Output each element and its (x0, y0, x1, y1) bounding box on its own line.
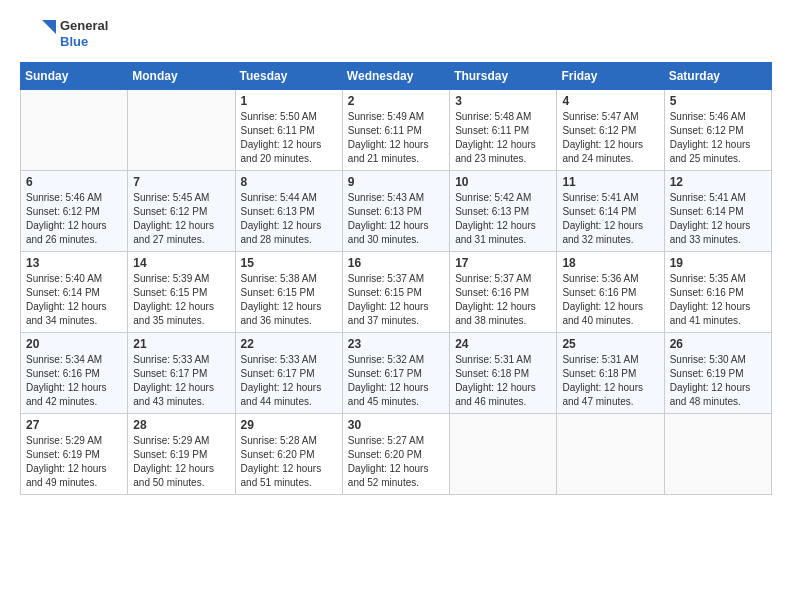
logo-svg (20, 16, 56, 52)
day-number: 3 (455, 94, 551, 108)
calendar-cell: 7Sunrise: 5:45 AMSunset: 6:12 PMDaylight… (128, 171, 235, 252)
day-number: 22 (241, 337, 337, 351)
day-info: Sunrise: 5:44 AMSunset: 6:13 PMDaylight:… (241, 191, 337, 247)
day-number: 23 (348, 337, 444, 351)
week-row-1: 1Sunrise: 5:50 AMSunset: 6:11 PMDaylight… (21, 90, 772, 171)
day-number: 25 (562, 337, 658, 351)
calendar-cell: 25Sunrise: 5:31 AMSunset: 6:18 PMDayligh… (557, 333, 664, 414)
day-number: 26 (670, 337, 766, 351)
calendar-cell: 11Sunrise: 5:41 AMSunset: 6:14 PMDayligh… (557, 171, 664, 252)
logo: General Blue (20, 16, 108, 52)
day-info: Sunrise: 5:41 AMSunset: 6:14 PMDaylight:… (562, 191, 658, 247)
day-number: 4 (562, 94, 658, 108)
header-row: SundayMondayTuesdayWednesdayThursdayFrid… (21, 63, 772, 90)
calendar-cell: 24Sunrise: 5:31 AMSunset: 6:18 PMDayligh… (450, 333, 557, 414)
day-number: 6 (26, 175, 122, 189)
day-info: Sunrise: 5:34 AMSunset: 6:16 PMDaylight:… (26, 353, 122, 409)
day-info: Sunrise: 5:29 AMSunset: 6:19 PMDaylight:… (26, 434, 122, 490)
calendar-cell: 27Sunrise: 5:29 AMSunset: 6:19 PMDayligh… (21, 414, 128, 495)
day-number: 14 (133, 256, 229, 270)
day-number: 5 (670, 94, 766, 108)
day-number: 18 (562, 256, 658, 270)
calendar-cell: 12Sunrise: 5:41 AMSunset: 6:14 PMDayligh… (664, 171, 771, 252)
col-header-friday: Friday (557, 63, 664, 90)
day-info: Sunrise: 5:46 AMSunset: 6:12 PMDaylight:… (670, 110, 766, 166)
day-number: 29 (241, 418, 337, 432)
calendar-cell: 10Sunrise: 5:42 AMSunset: 6:13 PMDayligh… (450, 171, 557, 252)
day-info: Sunrise: 5:31 AMSunset: 6:18 PMDaylight:… (455, 353, 551, 409)
day-info: Sunrise: 5:29 AMSunset: 6:19 PMDaylight:… (133, 434, 229, 490)
day-info: Sunrise: 5:39 AMSunset: 6:15 PMDaylight:… (133, 272, 229, 328)
calendar-cell: 4Sunrise: 5:47 AMSunset: 6:12 PMDaylight… (557, 90, 664, 171)
calendar-cell: 29Sunrise: 5:28 AMSunset: 6:20 PMDayligh… (235, 414, 342, 495)
day-info: Sunrise: 5:43 AMSunset: 6:13 PMDaylight:… (348, 191, 444, 247)
day-info: Sunrise: 5:41 AMSunset: 6:14 PMDaylight:… (670, 191, 766, 247)
week-row-2: 6Sunrise: 5:46 AMSunset: 6:12 PMDaylight… (21, 171, 772, 252)
calendar-cell: 1Sunrise: 5:50 AMSunset: 6:11 PMDaylight… (235, 90, 342, 171)
calendar-cell (664, 414, 771, 495)
calendar-cell: 23Sunrise: 5:32 AMSunset: 6:17 PMDayligh… (342, 333, 449, 414)
day-number: 13 (26, 256, 122, 270)
logo-blue-text: Blue (60, 34, 108, 50)
day-info: Sunrise: 5:27 AMSunset: 6:20 PMDaylight:… (348, 434, 444, 490)
calendar-cell: 13Sunrise: 5:40 AMSunset: 6:14 PMDayligh… (21, 252, 128, 333)
day-number: 17 (455, 256, 551, 270)
day-number: 9 (348, 175, 444, 189)
day-number: 19 (670, 256, 766, 270)
calendar-cell: 21Sunrise: 5:33 AMSunset: 6:17 PMDayligh… (128, 333, 235, 414)
day-number: 2 (348, 94, 444, 108)
calendar-cell: 8Sunrise: 5:44 AMSunset: 6:13 PMDaylight… (235, 171, 342, 252)
day-number: 15 (241, 256, 337, 270)
day-info: Sunrise: 5:38 AMSunset: 6:15 PMDaylight:… (241, 272, 337, 328)
page-header: General Blue (20, 16, 772, 52)
calendar-cell: 26Sunrise: 5:30 AMSunset: 6:19 PMDayligh… (664, 333, 771, 414)
day-number: 10 (455, 175, 551, 189)
calendar-cell: 6Sunrise: 5:46 AMSunset: 6:12 PMDaylight… (21, 171, 128, 252)
calendar-table: SundayMondayTuesdayWednesdayThursdayFrid… (20, 62, 772, 495)
calendar-cell: 15Sunrise: 5:38 AMSunset: 6:15 PMDayligh… (235, 252, 342, 333)
calendar-cell (21, 90, 128, 171)
day-info: Sunrise: 5:35 AMSunset: 6:16 PMDaylight:… (670, 272, 766, 328)
day-number: 21 (133, 337, 229, 351)
day-info: Sunrise: 5:37 AMSunset: 6:16 PMDaylight:… (455, 272, 551, 328)
day-info: Sunrise: 5:31 AMSunset: 6:18 PMDaylight:… (562, 353, 658, 409)
calendar-cell: 2Sunrise: 5:49 AMSunset: 6:11 PMDaylight… (342, 90, 449, 171)
day-info: Sunrise: 5:33 AMSunset: 6:17 PMDaylight:… (133, 353, 229, 409)
day-number: 16 (348, 256, 444, 270)
day-info: Sunrise: 5:42 AMSunset: 6:13 PMDaylight:… (455, 191, 551, 247)
day-number: 7 (133, 175, 229, 189)
col-header-saturday: Saturday (664, 63, 771, 90)
day-number: 12 (670, 175, 766, 189)
day-info: Sunrise: 5:47 AMSunset: 6:12 PMDaylight:… (562, 110, 658, 166)
col-header-wednesday: Wednesday (342, 63, 449, 90)
calendar-cell (128, 90, 235, 171)
col-header-thursday: Thursday (450, 63, 557, 90)
calendar-cell: 30Sunrise: 5:27 AMSunset: 6:20 PMDayligh… (342, 414, 449, 495)
calendar-cell: 16Sunrise: 5:37 AMSunset: 6:15 PMDayligh… (342, 252, 449, 333)
col-header-sunday: Sunday (21, 63, 128, 90)
day-info: Sunrise: 5:45 AMSunset: 6:12 PMDaylight:… (133, 191, 229, 247)
logo-general: General (60, 18, 108, 34)
day-info: Sunrise: 5:33 AMSunset: 6:17 PMDaylight:… (241, 353, 337, 409)
calendar-cell: 17Sunrise: 5:37 AMSunset: 6:16 PMDayligh… (450, 252, 557, 333)
col-header-tuesday: Tuesday (235, 63, 342, 90)
calendar-cell (557, 414, 664, 495)
calendar-cell: 5Sunrise: 5:46 AMSunset: 6:12 PMDaylight… (664, 90, 771, 171)
day-number: 8 (241, 175, 337, 189)
day-info: Sunrise: 5:28 AMSunset: 6:20 PMDaylight:… (241, 434, 337, 490)
day-number: 11 (562, 175, 658, 189)
calendar-cell: 14Sunrise: 5:39 AMSunset: 6:15 PMDayligh… (128, 252, 235, 333)
calendar-cell: 28Sunrise: 5:29 AMSunset: 6:19 PMDayligh… (128, 414, 235, 495)
calendar-cell: 18Sunrise: 5:36 AMSunset: 6:16 PMDayligh… (557, 252, 664, 333)
day-info: Sunrise: 5:46 AMSunset: 6:12 PMDaylight:… (26, 191, 122, 247)
day-number: 24 (455, 337, 551, 351)
day-info: Sunrise: 5:30 AMSunset: 6:19 PMDaylight:… (670, 353, 766, 409)
calendar-cell: 19Sunrise: 5:35 AMSunset: 6:16 PMDayligh… (664, 252, 771, 333)
calendar-cell: 22Sunrise: 5:33 AMSunset: 6:17 PMDayligh… (235, 333, 342, 414)
day-info: Sunrise: 5:32 AMSunset: 6:17 PMDaylight:… (348, 353, 444, 409)
week-row-3: 13Sunrise: 5:40 AMSunset: 6:14 PMDayligh… (21, 252, 772, 333)
week-row-4: 20Sunrise: 5:34 AMSunset: 6:16 PMDayligh… (21, 333, 772, 414)
day-number: 1 (241, 94, 337, 108)
calendar-cell: 9Sunrise: 5:43 AMSunset: 6:13 PMDaylight… (342, 171, 449, 252)
day-number: 30 (348, 418, 444, 432)
